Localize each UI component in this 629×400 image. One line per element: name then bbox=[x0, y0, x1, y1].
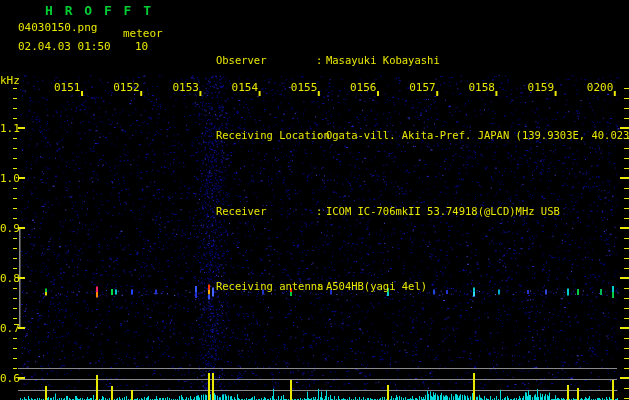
image-datetime: 02.04.03 01:50 bbox=[18, 40, 111, 53]
time-tick-label: 0154 bbox=[232, 81, 259, 94]
info-separator: : bbox=[316, 54, 326, 67]
info-value: Masayuki Kobayashi bbox=[326, 54, 440, 66]
freq-tick-label: 0.8 bbox=[0, 272, 20, 285]
info-row-observer: Observer:Masayuki Kobayashi bbox=[178, 41, 629, 79]
app-title: H R O F F T bbox=[45, 3, 153, 18]
freq-tick-label: 0.6 bbox=[0, 372, 20, 385]
time-tick-label: 0159 bbox=[528, 81, 555, 94]
time-tick-label: 0153 bbox=[172, 81, 199, 94]
info-row-location: Receiving Location:Ogata-vill. Akita-Pre… bbox=[178, 117, 629, 155]
time-tick-label: 0156 bbox=[350, 81, 377, 94]
time-tick-label: 0158 bbox=[468, 81, 495, 94]
info-label: Observer bbox=[216, 54, 316, 67]
info-label: Receiver bbox=[216, 205, 316, 218]
freq-tick-label: 1.0 bbox=[0, 172, 20, 185]
info-label: Receiving antenna bbox=[216, 280, 316, 293]
time-tick-label: 0157 bbox=[409, 81, 436, 94]
time-tick-label: 0155 bbox=[291, 81, 318, 94]
observation-mode: meteor bbox=[123, 27, 163, 40]
info-separator: : bbox=[316, 280, 326, 293]
freq-tick-label: 0.7 bbox=[0, 322, 20, 335]
info-value: A504HB(yagi 4el) bbox=[326, 280, 427, 292]
time-tick-label: 0152 bbox=[113, 81, 140, 94]
info-value: Ogata-vill. Akita-Pref. JAPAN (139.9303E… bbox=[326, 129, 629, 141]
info-separator: : bbox=[316, 205, 326, 218]
info-row-antenna: Receiving antenna:A504HB(yagi 4el) bbox=[178, 268, 629, 306]
station-info-block: Observer:Masayuki Kobayashi Receiving Lo… bbox=[178, 3, 629, 343]
time-tick-label: 0200 bbox=[587, 81, 614, 94]
image-filename: 04030150.png bbox=[18, 21, 97, 34]
hrofft-screen: H R O F F T 04030150.png meteor 02.04.03… bbox=[0, 0, 629, 400]
info-value: ICOM IC-706mkII 53.74918(@LCD)MHz USB bbox=[326, 205, 560, 217]
time-tick-label: 0151 bbox=[54, 81, 81, 94]
duration-count: 10 bbox=[135, 40, 148, 53]
info-separator: : bbox=[316, 129, 326, 142]
freq-tick-label: 1.1 bbox=[0, 122, 20, 135]
info-label: Receiving Location bbox=[216, 129, 316, 142]
freq-tick-label: 0.9 bbox=[0, 222, 20, 235]
info-row-receiver: Receiver:ICOM IC-706mkII 53.74918(@LCD)M… bbox=[178, 192, 629, 230]
freq-axis-unit-label: kHz bbox=[0, 74, 20, 87]
